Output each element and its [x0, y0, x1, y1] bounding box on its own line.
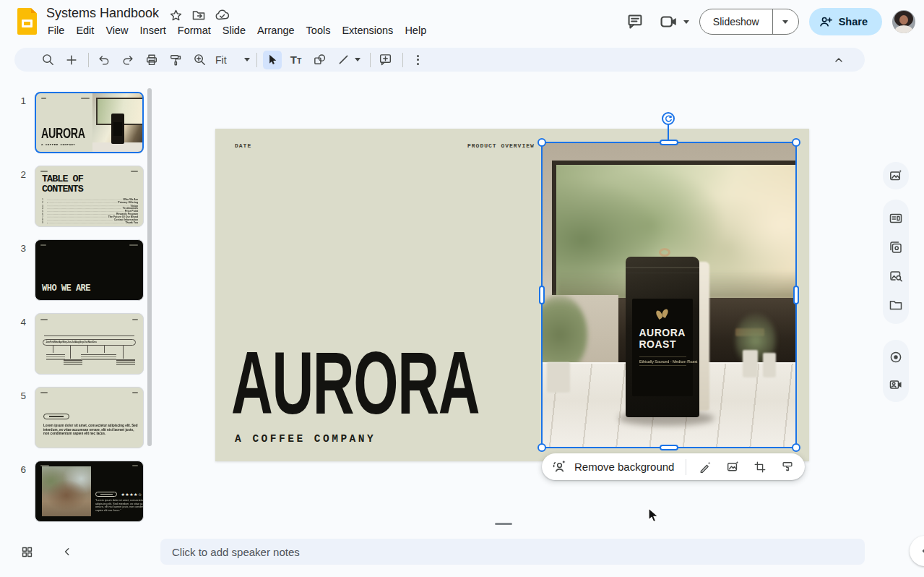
thumbnail-image: [92, 93, 142, 152]
undo-icon[interactable]: [95, 51, 113, 69]
slide-number: 4: [10, 317, 26, 328]
slide-number: 6: [10, 464, 26, 475]
remove-background-icon[interactable]: [552, 459, 567, 474]
text-box-tool[interactable]: TT: [287, 51, 306, 69]
replace-image-icon[interactable]: [722, 457, 743, 477]
shape-tool[interactable]: [311, 51, 329, 69]
image-context-toolbar: Remove background: [542, 453, 805, 480]
search-menus-icon[interactable]: [38, 51, 57, 69]
redo-icon[interactable]: [118, 51, 137, 69]
resize-handle-s[interactable]: [660, 445, 678, 450]
slide-thumbnail-6[interactable]: ★★★★☆ "Lorem ipsum dolor sit amet, conse…: [35, 461, 144, 522]
thumbnail-photo: [42, 466, 92, 517]
ai-image-icon[interactable]: [886, 166, 906, 186]
resize-handle-n[interactable]: [660, 140, 678, 145]
coffee-bag-graphic: AURORA ROAST Ethically Sourced - Medium …: [626, 257, 699, 417]
magic-edit-icon[interactable]: [695, 457, 715, 477]
join-meet-button[interactable]: [660, 14, 689, 30]
slide-number: 2: [10, 169, 26, 180]
slide-thumbnail-4[interactable]: JanFebMarAprMayJunJulAugSepOctNovDec: [35, 313, 144, 375]
menu-item[interactable]: View: [100, 23, 134, 38]
caret-down-icon[interactable]: [355, 58, 360, 61]
cloud-saved-icon[interactable]: [215, 8, 230, 22]
slide-thumbnail-3[interactable]: WHO WE ARE: [35, 239, 144, 301]
caret-down-icon[interactable]: [683, 20, 689, 24]
menu-item[interactable]: Slide: [217, 23, 251, 38]
slideshow-button[interactable]: Slideshow: [699, 9, 799, 35]
record-icon[interactable]: [886, 347, 906, 367]
more-options-kebab-icon[interactable]: [409, 51, 428, 69]
menu-item[interactable]: Help: [399, 23, 432, 38]
slide-subtitle-text[interactable]: A COFFEE COMPANY: [235, 433, 376, 445]
open-side-panel-button[interactable]: [910, 536, 924, 566]
slide-thumbnail-2[interactable]: TABLE OF CONTENTS 1Who We Are 2Primary O…: [35, 166, 144, 227]
remove-background-button[interactable]: Remove background: [574, 461, 674, 473]
slide-thumbnail-5[interactable]: Lorem ipsum dolor sit amet, consectetur …: [35, 387, 144, 448]
side-rail-group-top: [883, 162, 909, 189]
slide-canvas[interactable]: DATE PRODUCT OVERVIEW AURORA A COFFEE CO…: [215, 129, 809, 461]
folder-icon[interactable]: [886, 295, 906, 315]
add-comment-icon[interactable]: [376, 51, 395, 69]
rotate-handle[interactable]: [662, 112, 675, 125]
menu-item[interactable]: Extensions: [336, 23, 399, 38]
menu-item[interactable]: Edit: [70, 23, 100, 38]
slide-filmstrip: 1 AURORA A COFFEE COMPANY 2 TABLE OF CON…: [0, 80, 157, 542]
caret-down-icon: [244, 58, 250, 61]
menu-item[interactable]: Format: [172, 23, 217, 38]
select-tool-button[interactable]: [263, 51, 282, 69]
menu-item[interactable]: Insert: [134, 23, 172, 38]
resize-handle-sw[interactable]: [537, 443, 546, 452]
image-search-icon[interactable]: [886, 266, 906, 286]
menu-item[interactable]: File: [42, 23, 70, 38]
resize-handle-e[interactable]: [793, 286, 799, 304]
menu-item[interactable]: Tools: [301, 23, 337, 38]
overview-label-text[interactable]: PRODUCT OVERVIEW: [467, 142, 535, 149]
move-folder-icon[interactable]: [191, 8, 206, 22]
header: Systems Handbook FileEditViewInsertForma…: [0, 0, 924, 43]
slide-thumbnail-1[interactable]: AURORA A COFFEE COMPANY: [35, 92, 144, 153]
date-placeholder-text[interactable]: DATE: [235, 142, 251, 149]
zoom-value: Fit: [215, 54, 227, 66]
share-label: Share: [839, 16, 868, 27]
crop-icon[interactable]: [750, 457, 770, 477]
collapse-filmstrip-chevron-icon[interactable]: [58, 542, 77, 561]
share-button[interactable]: Share: [809, 8, 882, 35]
paint-format-icon[interactable]: [166, 51, 185, 69]
slide-number: 1: [10, 95, 26, 106]
zoom-select[interactable]: Fit: [214, 54, 250, 66]
slideshow-label[interactable]: Slideshow: [700, 9, 772, 34]
slide-number: 3: [10, 243, 26, 254]
resize-handle-nw[interactable]: [537, 138, 546, 147]
slide-image[interactable]: AURORA ROAST Ethically Sourced - Medium …: [542, 142, 796, 448]
main-toolbar: Fit TT: [14, 48, 865, 72]
canvas-scroll-dash[interactable]: [495, 523, 512, 525]
print-icon[interactable]: [142, 51, 161, 69]
video-record-icon[interactable]: [886, 375, 906, 395]
resize-handle-se[interactable]: [792, 443, 800, 452]
format-options-icon[interactable]: [777, 457, 798, 477]
account-avatar[interactable]: [892, 10, 915, 33]
line-tool[interactable]: [334, 51, 353, 69]
collapse-toolbar-icon[interactable]: [829, 51, 848, 69]
menu-item[interactable]: Arrange: [251, 23, 301, 38]
speaker-notes-input[interactable]: Click to add speaker notes: [160, 539, 865, 565]
comment-history-icon[interactable]: [621, 7, 649, 36]
star-rating: ★★★★☆: [121, 492, 142, 497]
document-title[interactable]: Systems Handbook: [46, 6, 159, 21]
leaf-logo-icon: [656, 309, 669, 320]
side-rail-group-middle: [883, 200, 909, 324]
resize-handle-ne[interactable]: [792, 138, 800, 147]
contact-card-icon[interactable]: [886, 208, 906, 228]
photo-stack-icon[interactable]: [886, 237, 906, 257]
zoom-icon[interactable]: [190, 51, 209, 69]
slide-title-text[interactable]: AURORA: [231, 338, 479, 427]
speaker-notes-placeholder: Click to add speaker notes: [172, 546, 300, 558]
new-slide-button[interactable]: [62, 51, 81, 69]
resize-handle-w[interactable]: [539, 286, 545, 304]
side-rail-group-bottom: [883, 340, 909, 402]
slideshow-menu-button[interactable]: [772, 9, 798, 34]
star-outline-icon[interactable]: [169, 9, 183, 22]
filmstrip-scrollbar[interactable]: [147, 88, 152, 446]
slides-logo-icon[interactable]: [17, 8, 37, 35]
grid-view-icon[interactable]: [17, 542, 36, 561]
